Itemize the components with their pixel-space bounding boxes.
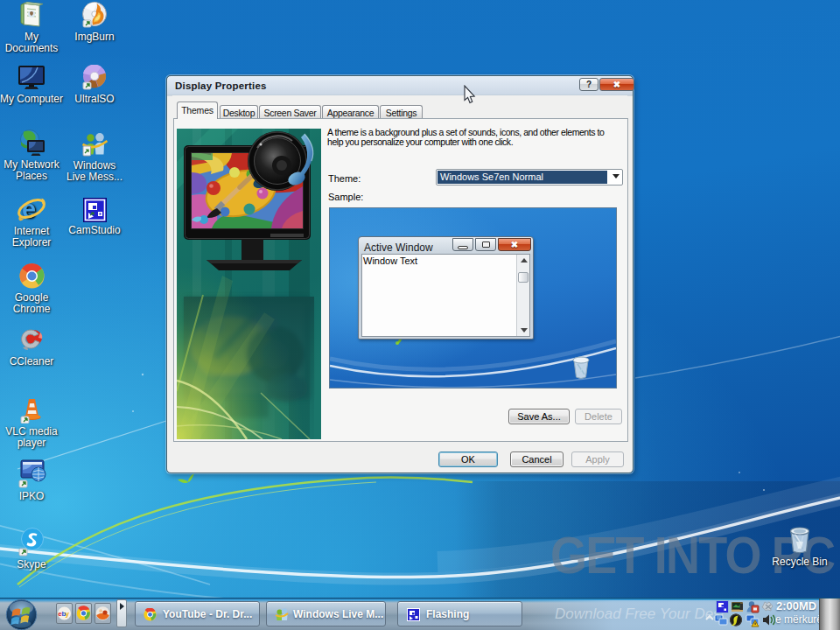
svg-text:y: y (66, 610, 70, 618)
